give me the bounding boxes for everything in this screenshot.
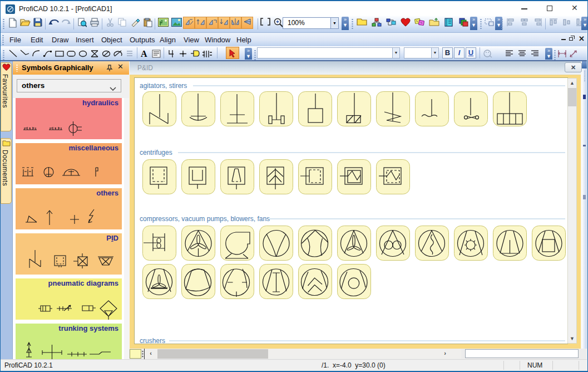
svg-text:compressors, vacuum pumps, blo: compressors, vacuum pumps, blowers, fans xyxy=(140,215,270,223)
svg-text:centrifuges: centrifuges xyxy=(140,149,172,156)
svg-text:A: A xyxy=(141,49,147,58)
svg-text:crushers: crushers xyxy=(140,337,165,344)
svg-text:agitators, stirers: agitators, stirers xyxy=(140,82,187,90)
